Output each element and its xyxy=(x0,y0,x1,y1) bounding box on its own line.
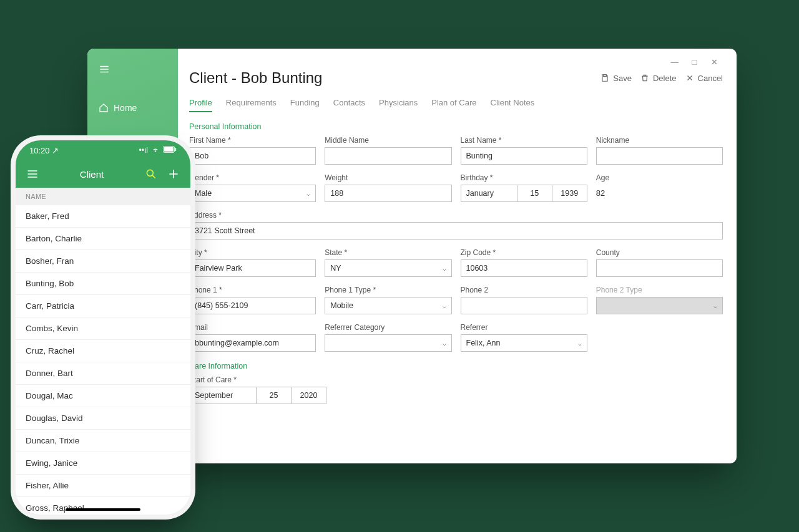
zip-input[interactable] xyxy=(461,259,587,277)
section-personal: Personal Information xyxy=(189,122,723,131)
label-phone1type: Phone 1 Type * xyxy=(325,286,451,294)
state-select[interactable]: NY⌵ xyxy=(325,259,451,277)
cancel-label: Cancel xyxy=(698,74,723,83)
label-middle-name: Middle Name xyxy=(325,136,451,145)
label-city: City * xyxy=(189,248,316,257)
chevron-down-icon: ⌵ xyxy=(713,302,717,309)
chevron-down-icon: ⌵ xyxy=(306,190,310,197)
city-input[interactable] xyxy=(189,259,316,277)
svg-line-13 xyxy=(152,175,155,178)
list-item[interactable]: Dougal, Mac xyxy=(16,385,190,407)
home-label: Home xyxy=(114,103,137,113)
label-email: Email xyxy=(189,323,316,332)
list-item[interactable]: Combs, Kevin xyxy=(16,317,190,340)
status-icons: ••ıl xyxy=(139,146,177,155)
window-controls: — □ ✕ xyxy=(189,57,723,67)
save-button[interactable]: Save xyxy=(600,74,632,83)
cancel-button[interactable]: Cancel xyxy=(685,74,723,83)
delete-button[interactable]: Delete xyxy=(640,74,677,83)
chevron-down-icon: ⌵ xyxy=(443,302,446,309)
svg-rect-7 xyxy=(164,147,174,152)
phone1-input[interactable] xyxy=(189,297,316,314)
list-item[interactable]: Gross, Raphael xyxy=(16,497,190,515)
win-maximize[interactable]: □ xyxy=(685,57,703,67)
label-referrer: Referrer xyxy=(461,323,587,332)
label-weight: Weight xyxy=(325,173,451,182)
svg-rect-3 xyxy=(604,75,607,77)
win-minimize[interactable]: — xyxy=(666,57,684,67)
soc-year-input[interactable] xyxy=(292,387,326,404)
chevron-down-icon: ⌵ xyxy=(578,340,582,347)
tab-requirements[interactable]: Requirements xyxy=(226,98,277,112)
list-item[interactable]: Bosher, Fran xyxy=(16,250,190,273)
tab-plan-of-care[interactable]: Plan of Care xyxy=(431,98,476,112)
status-time: 10:20 ↗ xyxy=(29,146,59,155)
gender-value: Male xyxy=(195,189,212,198)
last-name-input[interactable] xyxy=(461,147,587,165)
win-close[interactable]: ✕ xyxy=(705,57,723,67)
label-county: County xyxy=(596,248,723,257)
wifi-icon xyxy=(151,146,160,155)
list-item[interactable]: Ewing, Janice xyxy=(16,452,190,475)
search-icon[interactable] xyxy=(144,168,158,180)
svg-point-12 xyxy=(147,170,153,176)
hamburger-icon[interactable] xyxy=(87,49,178,103)
county-input[interactable] xyxy=(596,259,723,277)
label-birthday: Birthday * xyxy=(461,173,587,182)
list-item[interactable]: Douglas, David xyxy=(16,407,190,430)
tab-contacts[interactable]: Contacts xyxy=(333,98,365,112)
mobile-appbar: Client xyxy=(16,160,190,188)
list-item[interactable]: Fisher, Allie xyxy=(16,475,190,497)
birth-year-input[interactable] xyxy=(552,185,587,202)
middle-name-input[interactable] xyxy=(325,147,451,165)
tab-funding[interactable]: Funding xyxy=(290,98,320,112)
label-first-name: First Name * xyxy=(189,136,316,145)
email-input[interactable] xyxy=(189,334,316,352)
tabs: ProfileRequirementsFundingContactsPhysic… xyxy=(189,98,723,112)
referrer-select[interactable]: Felix, Ann⌵ xyxy=(461,334,587,352)
weight-input[interactable] xyxy=(325,185,451,202)
tab-physicians[interactable]: Physicians xyxy=(379,98,418,112)
list-header: NAME xyxy=(16,188,190,205)
age-value: 82 xyxy=(596,185,723,198)
list-item[interactable]: Duncan, Trixie xyxy=(16,430,190,452)
start-of-care-group: September xyxy=(189,387,326,404)
list-item[interactable]: Baker, Fred xyxy=(16,205,190,228)
home-indicator xyxy=(66,508,140,511)
list-item[interactable]: Bunting, Bob xyxy=(16,273,190,295)
client-list: Baker, FredBarton, CharlieBosher, FranBu… xyxy=(16,205,190,515)
soc-month-select[interactable]: September xyxy=(189,387,257,404)
refcat-select[interactable]: ⌵ xyxy=(325,334,451,352)
add-icon[interactable] xyxy=(167,168,180,180)
list-item[interactable]: Cruz, Rachel xyxy=(16,340,190,362)
save-label: Save xyxy=(613,74,632,83)
list-item[interactable]: Barton, Charlie xyxy=(16,228,190,250)
chevron-down-icon: ⌵ xyxy=(443,265,446,272)
label-state: State * xyxy=(325,248,451,257)
label-phone2type: Phone 2 Type xyxy=(596,286,723,294)
section-care: Care Information xyxy=(189,362,723,370)
mobile-statusbar: 10:20 ↗ ••ıl xyxy=(16,140,190,160)
tab-profile[interactable]: Profile xyxy=(189,98,212,112)
phone2type-select: ⌵ xyxy=(596,297,723,314)
label-phone1: Phone 1 * xyxy=(189,286,316,294)
page-title: Client - Bob Bunting xyxy=(189,69,322,87)
nickname-input[interactable] xyxy=(596,147,723,165)
mobile-hamburger-icon[interactable] xyxy=(26,168,39,180)
soc-day-input[interactable] xyxy=(257,387,292,404)
gender-select[interactable]: Male⌵ xyxy=(189,185,316,202)
label-refcat: Referrer Category xyxy=(325,323,451,332)
delete-label: Delete xyxy=(653,74,677,83)
address-input[interactable] xyxy=(189,222,723,239)
list-item[interactable]: Carr, Patricia xyxy=(16,295,190,317)
first-name-input[interactable] xyxy=(189,147,316,165)
birth-day-input[interactable] xyxy=(517,185,552,202)
mobile-device: 10:20 ↗ ••ıl Client NAME Baker, FredBart… xyxy=(16,140,190,515)
phone1type-select[interactable]: Mobile⌵ xyxy=(325,297,451,314)
phone2-input[interactable] xyxy=(461,297,587,314)
battery-icon xyxy=(163,146,177,155)
tab-client-notes[interactable]: Client Notes xyxy=(491,98,535,112)
sidebar-item-home[interactable]: Home xyxy=(87,103,178,113)
birth-month-select[interactable]: January xyxy=(461,185,517,202)
list-item[interactable]: Donner, Bart xyxy=(16,362,190,385)
